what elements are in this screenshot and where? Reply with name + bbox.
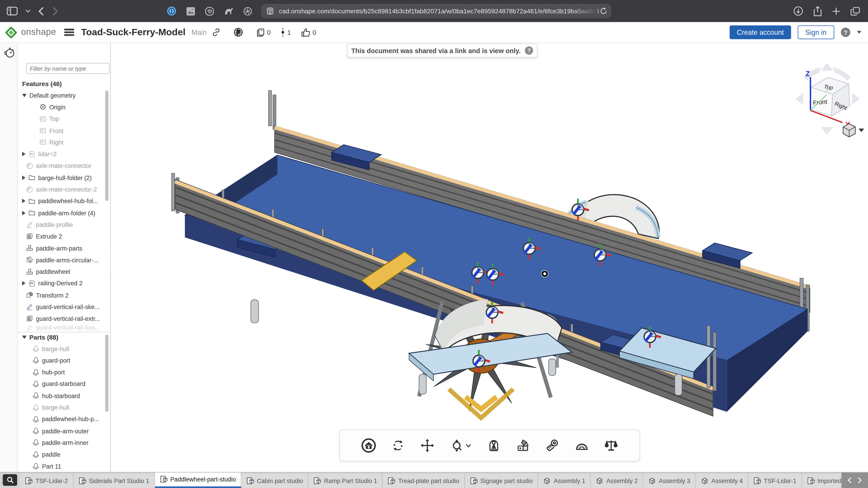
feature-item[interactable]: barge-hull-folder (2) xyxy=(18,172,110,184)
share-wheel-extension-icon[interactable] xyxy=(243,6,252,16)
reader-options-icon[interactable] xyxy=(266,7,274,15)
measure-button[interactable] xyxy=(540,432,564,459)
part-item[interactable]: guard-port xyxy=(18,355,110,366)
feature-item[interactable]: paddlewheel xyxy=(18,266,110,278)
isometric-view-button[interactable] xyxy=(843,124,864,137)
part-item[interactable]: paddle-arm-inner xyxy=(18,437,110,449)
photos-extension-icon[interactable] xyxy=(186,6,195,16)
feature-item[interactable]: Front xyxy=(18,125,110,136)
tab-assembly-2[interactable]: Assembly 2 xyxy=(591,474,643,488)
view-cube[interactable]: Top Front Right Z X Y xyxy=(796,63,864,137)
chevron-down-icon[interactable] xyxy=(859,129,864,132)
chevron-right-icon[interactable] xyxy=(22,281,26,286)
feature-item[interactable]: Right xyxy=(18,136,110,148)
sidebar-panel-icon[interactable] xyxy=(6,6,18,15)
feature-item[interactable]: paddle-arm-folder (4) xyxy=(18,207,110,219)
feature-item[interactable]: guard-vertical-rail-extr... xyxy=(18,313,110,325)
chevron-right-icon[interactable] xyxy=(22,210,26,215)
tab-ramp-part-studio-1[interactable]: Ramp Part Studio 1 xyxy=(309,474,383,488)
tab-imported[interactable]: Imported xyxy=(802,474,847,488)
camel-extension-icon[interactable] xyxy=(223,6,234,15)
part-item[interactable]: hub-port xyxy=(18,366,110,378)
display-modes-button[interactable] xyxy=(510,432,535,459)
ferry-model-scene[interactable]: Top Front Right Z X Y xyxy=(111,43,868,472)
part-item[interactable]: paddle-arm-outer xyxy=(18,425,110,437)
tab-assembly-4[interactable]: Assembly 4 xyxy=(696,474,748,488)
chevron-right-icon[interactable] xyxy=(22,199,26,203)
chevron-down-icon[interactable] xyxy=(465,443,471,448)
tab-search-button[interactable] xyxy=(3,474,17,486)
feature-item[interactable]: guard-vertical-rail-bas... xyxy=(18,325,110,331)
part-item[interactable]: Part 11 xyxy=(18,460,110,472)
chevron-down-icon[interactable] xyxy=(22,335,27,339)
part-item[interactable]: paddle xyxy=(18,449,110,460)
parts-scrollbar[interactable] xyxy=(105,335,108,412)
pan-button[interactable] xyxy=(415,432,439,459)
feature-item[interactable]: railing-Derived 2 xyxy=(18,278,110,289)
chevron-right-icon[interactable] xyxy=(22,175,26,180)
feature-item[interactable]: Origin xyxy=(18,101,110,113)
tab-assembly-3[interactable]: Assembly 3 xyxy=(643,474,696,488)
help-icon[interactable]: ? xyxy=(841,28,850,37)
part-item[interactable]: barge-hull xyxy=(18,343,110,355)
copy-count[interactable]: 0 xyxy=(256,28,271,37)
sign-in-button[interactable]: Sign in xyxy=(798,25,834,39)
tab-siderails-part-studio-1[interactable]: Siderails Part Studio 1 xyxy=(73,474,155,488)
origin-marker[interactable] xyxy=(541,270,548,278)
feature-item[interactable]: axle-mate-connector-2 xyxy=(18,184,110,195)
section-view-button[interactable] xyxy=(481,432,506,459)
chevron-down-icon[interactable] xyxy=(26,9,31,13)
downloads-icon[interactable] xyxy=(793,6,803,16)
feature-item[interactable]: axle-mate-connector xyxy=(18,160,110,172)
banner-help-icon[interactable]: ? xyxy=(525,46,533,55)
tab-paddlewheel-part-studio[interactable]: Paddlewheel-part-studio xyxy=(155,472,242,488)
tab-tsf-lidar-2[interactable]: TSF-Lidar-2 xyxy=(20,474,73,488)
create-account-button[interactable]: Create account xyxy=(730,25,791,39)
tab-cabin-part-studio[interactable]: Cabin part studio xyxy=(241,474,309,488)
workspace-name[interactable]: Main xyxy=(192,29,207,36)
header-caret-icon[interactable] xyxy=(857,31,862,34)
feature-item[interactable]: Transform 2 xyxy=(18,289,110,301)
feature-item[interactable]: Default geometry xyxy=(18,90,110,101)
main-menu-button[interactable] xyxy=(64,29,74,36)
back-button[interactable] xyxy=(38,6,44,16)
reload-icon[interactable] xyxy=(600,7,608,15)
public-globe-icon[interactable] xyxy=(234,28,243,37)
feature-item[interactable]: paddle-profile xyxy=(18,219,110,230)
history-stopwatch-icon[interactable] xyxy=(4,47,15,58)
tab-tsf-lidar-1[interactable]: TSF-Lidar-1 xyxy=(748,474,802,488)
part-item[interactable]: hub-starboard xyxy=(18,390,110,401)
onshape-logo[interactable]: onshape xyxy=(4,26,56,39)
tab-tread-plate-part-studio[interactable]: Tread-plate part studio xyxy=(383,474,465,488)
feature-item[interactable]: Top xyxy=(18,113,110,125)
forward-button[interactable] xyxy=(52,6,58,16)
content-blocker-icon[interactable] xyxy=(205,6,214,16)
view-home-button[interactable] xyxy=(356,432,381,459)
protractor-button[interactable] xyxy=(569,432,594,459)
mass-properties-button[interactable] xyxy=(599,432,623,459)
like-count[interactable]: 0 xyxy=(301,28,316,37)
tab-overview-icon[interactable] xyxy=(850,6,860,16)
feature-item[interactable]: paddlewheel-hub-fol... xyxy=(18,195,110,207)
chevron-right-icon[interactable] xyxy=(22,152,26,156)
share-icon[interactable] xyxy=(813,6,822,16)
part-item[interactable]: barge-hull xyxy=(18,401,110,413)
feature-item[interactable]: paddle-arms-circular-... xyxy=(18,254,110,266)
view-cube-front-label[interactable]: Front xyxy=(813,98,828,106)
features-scrollbar[interactable] xyxy=(105,91,108,201)
rotate-button[interactable] xyxy=(385,432,410,459)
feature-item[interactable]: lidar=2 xyxy=(18,148,110,160)
model-viewport[interactable]: Top Front Right Z X Y This document was … xyxy=(111,43,868,472)
chevron-down-icon[interactable] xyxy=(22,94,27,97)
scroll-right-icon[interactable] xyxy=(858,477,862,484)
zoom-button[interactable] xyxy=(444,432,476,459)
share-link-icon[interactable] xyxy=(212,28,220,37)
filter-input[interactable] xyxy=(26,63,110,74)
part-item[interactable]: guard-starboard xyxy=(18,378,110,390)
new-tab-icon[interactable] xyxy=(832,7,840,15)
feature-item[interactable]: paddle-arm-parts xyxy=(18,242,110,254)
feature-item[interactable]: guard-vertical-rail-ske... xyxy=(18,301,110,313)
tab-signage-part-studio[interactable]: Signage part studio xyxy=(465,474,538,488)
version-count[interactable]: 1 xyxy=(281,28,291,37)
scroll-left-icon[interactable] xyxy=(847,477,852,484)
